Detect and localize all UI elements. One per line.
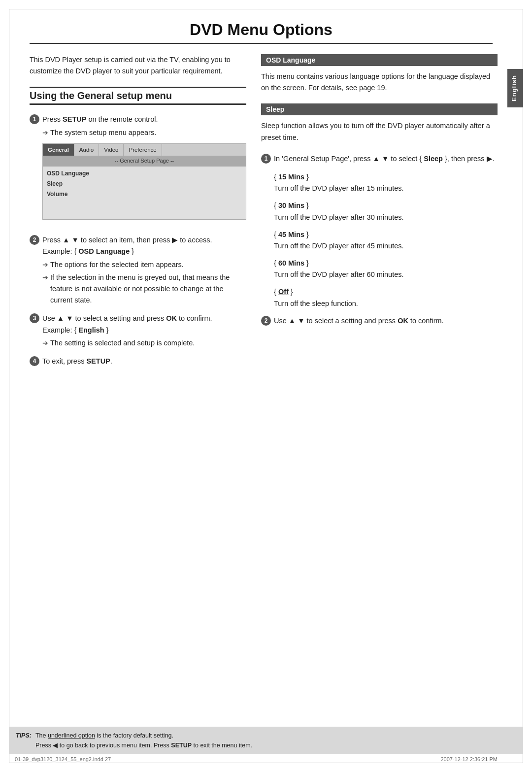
sleep-step-1: 1 In 'General Setup Page', press ▲ ▼ to … bbox=[261, 153, 498, 165]
sleep-45mins-desc: Turn off the DVD player after 45 minutes… bbox=[274, 240, 498, 252]
sleep-title: Sleep bbox=[266, 105, 284, 113]
sleep-45mins: { 45 Mins } Turn off the DVD player afte… bbox=[274, 229, 498, 252]
menu-item-sleep: Sleep bbox=[47, 179, 242, 189]
sidebar-label: English bbox=[510, 75, 518, 101]
section-heading: Using the General setup menu bbox=[30, 87, 246, 105]
sleep-60mins-title: { 60 Mins } bbox=[274, 258, 498, 269]
step-4-text: To exit, press SETUP. bbox=[42, 357, 112, 365]
osd-language-header: OSD Language bbox=[261, 54, 498, 66]
sleep-step-1-text: In 'General Setup Page', press ▲ ▼ to se… bbox=[274, 155, 495, 163]
sleep-30mins-title: { 30 Mins } bbox=[274, 200, 498, 211]
page-title: DVD Menu Options bbox=[30, 21, 493, 44]
step-3-num: 3 bbox=[30, 313, 39, 323]
menu-tab-audio: Audio bbox=[74, 144, 99, 156]
arrow-icon-3: ➔ bbox=[42, 272, 48, 283]
step-2-sub-text-1: The options for the selected item appear… bbox=[50, 259, 184, 270]
step-1-sub-text: The system setup menu appears. bbox=[50, 127, 156, 138]
sleep-header: Sleep bbox=[261, 103, 498, 115]
sleep-body: Sleep function allows you to turn off th… bbox=[261, 120, 498, 143]
step-3-example: Example: { English } bbox=[42, 326, 109, 334]
step-2: 2 Press ▲ ▼ to select an item, then pres… bbox=[30, 235, 246, 306]
arrow-icon-4: ➔ bbox=[42, 337, 48, 348]
tips-line1: The underlined option is the factory def… bbox=[35, 731, 252, 740]
left-column: This DVD Player setup is carried out via… bbox=[30, 54, 246, 374]
step-2-sub-2: ➔ If the selection in the menu is greyed… bbox=[42, 272, 246, 306]
sleep-step-2-content: Use ▲ ▼ to select a setting and press OK… bbox=[274, 315, 498, 327]
sleep-options: { 15 Mins } Turn off the DVD player afte… bbox=[274, 171, 498, 309]
sleep-off-title: { Off } bbox=[274, 286, 498, 298]
sleep-step-2-text: Use ▲ ▼ to select a setting and press OK… bbox=[274, 317, 444, 325]
menu-item-volume: Volume bbox=[47, 189, 242, 200]
sleep-off-desc: Turn off the sleep function. bbox=[274, 298, 498, 309]
step-4: 4 To exit, press SETUP. bbox=[30, 356, 246, 367]
right-column: OSD Language This menu contains various … bbox=[261, 54, 498, 334]
step-2-sub-1: ➔ The options for the selected item appe… bbox=[42, 259, 246, 270]
step-1-sub-1: ➔ The system setup menu appears. bbox=[42, 127, 246, 138]
arrow-icon-1: ➔ bbox=[42, 127, 48, 138]
sleep-step-1-content: In 'General Setup Page', press ▲ ▼ to se… bbox=[274, 153, 498, 165]
sidebar-english-tab: English bbox=[507, 69, 523, 107]
step-3-content: Use ▲ ▼ to select a setting and press OK… bbox=[42, 313, 246, 349]
step-4-content: To exit, press SETUP. bbox=[42, 356, 246, 367]
menu-tabs: General Audio Video Preference bbox=[43, 144, 246, 156]
arrow-icon-2: ➔ bbox=[42, 259, 48, 270]
menu-items: OSD Language Sleep Volume bbox=[43, 167, 246, 220]
step-1-text: Press SETUP on the remote control. bbox=[42, 115, 158, 123]
step-2-content: Press ▲ ▼ to select an item, then press … bbox=[42, 235, 246, 306]
sleep-60mins-desc: Turn off the DVD player after 60 minutes… bbox=[274, 269, 498, 280]
sleep-15mins-desc: Turn off the DVD player after 15 minutes… bbox=[274, 183, 498, 194]
menu-tab-general: General bbox=[43, 144, 74, 156]
osd-language-body: This menu contains various language opti… bbox=[261, 71, 498, 94]
step-2-text: Press ▲ ▼ to select an item, then press … bbox=[42, 236, 212, 244]
osd-language-title: OSD Language bbox=[266, 56, 315, 64]
sleep-step-2: 2 Use ▲ ▼ to select a setting and press … bbox=[261, 315, 498, 327]
sleep-step-1-num: 1 bbox=[261, 154, 271, 164]
sleep-step-2-num: 2 bbox=[261, 316, 271, 326]
sleep-15mins-title: { 15 Mins } bbox=[274, 171, 498, 183]
sleep-45mins-title: { 45 Mins } bbox=[274, 229, 498, 240]
step-1-content: Press SETUP on the remote control. ➔ The… bbox=[42, 114, 246, 228]
step-3-sub-1: ➔ The setting is selected and setup is c… bbox=[42, 337, 246, 349]
step-1: 1 Press SETUP on the remote control. ➔ T… bbox=[30, 114, 246, 228]
tips-line2: Press ◀ to go back to previous menu item… bbox=[35, 740, 252, 750]
menu-item-osd: OSD Language bbox=[47, 168, 242, 179]
sleep-off: { Off } Turn off the sleep function. bbox=[274, 286, 498, 309]
intro-text: This DVD Player setup is carried out via… bbox=[30, 54, 246, 77]
menu-tab-video: Video bbox=[99, 144, 124, 156]
step-2-sub-text-2: If the selection in the menu is greyed o… bbox=[50, 272, 246, 306]
step-4-num: 4 bbox=[30, 356, 39, 366]
sleep-15mins: { 15 Mins } Turn off the DVD player afte… bbox=[274, 171, 498, 194]
menu-page-label: -- General Setup Page -- bbox=[43, 156, 246, 167]
menu-mockup: General Audio Video Preference -- Genera… bbox=[42, 143, 246, 220]
step-1-num: 1 bbox=[30, 114, 39, 124]
tips-label: TIPS: bbox=[16, 731, 32, 740]
step-3: 3 Use ▲ ▼ to select a setting and press … bbox=[30, 313, 246, 349]
footer-file: 01-39_dvp3120_3124_55_eng2.indd 27 bbox=[15, 756, 111, 762]
step-3-text: Use ▲ ▼ to select a setting and press OK… bbox=[42, 314, 212, 322]
tips-content: The underlined option is the factory def… bbox=[35, 731, 252, 750]
tips-bar: TIPS: The underlined option is the facto… bbox=[9, 727, 523, 754]
menu-tab-preference: Preference bbox=[124, 144, 162, 156]
step-3-sub-text: The setting is selected and setup is com… bbox=[50, 337, 195, 349]
step-2-num: 2 bbox=[30, 235, 39, 245]
footer-date: 2007-12-12 2:36:21 PM bbox=[440, 756, 498, 762]
sleep-30mins: { 30 Mins } Turn off the DVD player afte… bbox=[274, 200, 498, 223]
sleep-30mins-desc: Turn off the DVD player after 30 minutes… bbox=[274, 212, 498, 223]
sleep-60mins: { 60 Mins } Turn off the DVD player afte… bbox=[274, 258, 498, 280]
step-2-example: Example: { OSD Language } bbox=[42, 247, 134, 255]
tips-underlined: underlined option bbox=[48, 732, 95, 739]
